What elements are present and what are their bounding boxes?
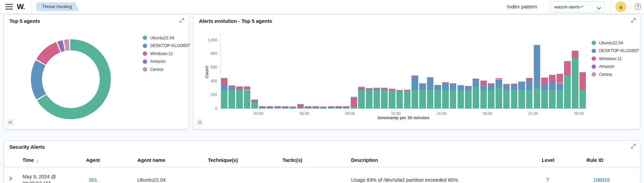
bar-segment-ubuntu22-04[interactable] (549, 90, 556, 108)
bar-segment-ubuntu22-04[interactable] (396, 91, 403, 108)
bar-segment-windows-11[interactable] (541, 78, 548, 84)
help-icon[interactable]: ? (635, 3, 641, 10)
bar-segment-desktop-kluo65t[interactable] (450, 84, 457, 90)
bar-segment-windows-11[interactable] (366, 89, 373, 90)
bar-segment-windows-11[interactable] (221, 79, 228, 84)
bar-segment-windows-11[interactable] (488, 83, 495, 84)
bar-segment-amazon[interactable] (389, 89, 395, 89)
bar-segment-desktop-kluo65t[interactable] (442, 83, 449, 90)
bar-segment-centos[interactable] (328, 106, 335, 107)
bar-segment-ubuntu22-04[interactable] (305, 108, 311, 108)
bar-segment-windows-11[interactable] (572, 51, 578, 58)
bar-segment-windows-11[interactable] (335, 107, 342, 108)
bar-segment-desktop-kluo65t[interactable] (419, 84, 426, 90)
bar-segment-amazon[interactable] (351, 98, 357, 99)
bar-segment-ubuntu22-04[interactable] (228, 90, 235, 108)
bar-segment-windows-11[interactable] (404, 90, 411, 90)
legend-item-amazon[interactable]: Amazon (592, 64, 639, 69)
bar-segment-windows-11[interactable] (381, 89, 388, 90)
bar-segment-centos[interactable] (312, 106, 319, 107)
column-header-rule-id[interactable]: Rule ID (587, 157, 640, 163)
bar-segment-windows-11[interactable] (473, 79, 479, 79)
bar-segment-desktop-kluo65t[interactable] (434, 85, 441, 90)
column-header-techniques[interactable]: Technique(s) (208, 157, 283, 163)
bar-segment-ubuntu22-04[interactable] (419, 90, 426, 108)
bar-segment-windows-11[interactable] (228, 86, 235, 87)
donut-slice-windows-11[interactable] (41, 47, 58, 62)
bar-segment-desktop-kluo65t[interactable] (221, 85, 228, 90)
bar-segment-windows-11[interactable] (549, 75, 556, 82)
bar-segment-ubuntu22-04[interactable] (259, 108, 266, 108)
legend-item-centos[interactable]: Centos (143, 67, 190, 72)
bar-segment-ubuntu22-04[interactable] (564, 75, 571, 108)
column-header-agent-name[interactable]: Agent name (137, 157, 208, 163)
bar-segment-amazon[interactable] (374, 88, 380, 89)
bar-segment-desktop-kluo65t[interactable] (541, 84, 548, 90)
bar-segment-ubuntu22-04[interactable] (465, 90, 472, 108)
column-header-level[interactable]: Level (542, 157, 587, 163)
bar-segment-windows-11[interactable] (442, 82, 449, 83)
bar-segment-amazon[interactable] (259, 107, 266, 107)
bar-segment-windows-11[interactable] (419, 83, 426, 84)
bar-segment-windows-11[interactable] (305, 107, 311, 108)
bar-segment-ubuntu22-04[interactable] (236, 90, 243, 108)
index-pattern-select[interactable]: wazuh-alerts-* (550, 1, 605, 12)
legend-item-amazon[interactable]: Amazon (143, 59, 190, 64)
bar-segment-windows-11[interactable] (320, 108, 327, 108)
bar-segment-centos[interactable] (343, 106, 350, 107)
bar-segment-windows-11[interactable] (251, 101, 258, 102)
legend-item-desktop-kluo65t[interactable]: DESKTOP-KLUO65T (143, 44, 190, 48)
bar-segment-centos[interactable] (236, 86, 243, 87)
bar-segment-windows-11[interactable] (465, 86, 472, 86)
column-header-agent[interactable]: Agent (86, 157, 137, 163)
bar-segment-centos[interactable] (297, 104, 304, 105)
bar-segment-ubuntu22-04[interactable] (541, 90, 548, 108)
bar-segment-amazon[interactable] (267, 107, 273, 107)
bar-segment-amazon[interactable] (274, 106, 281, 107)
bar-segment-amazon[interactable] (251, 100, 258, 101)
bar-segment-ubuntu22-04[interactable] (328, 108, 335, 108)
legend-item-windows-11[interactable]: Windows-11 (143, 51, 190, 56)
bar-segment-ubuntu22-04[interactable] (518, 90, 525, 108)
bar-segment-desktop-kluo65t[interactable] (458, 86, 464, 90)
bar-segment-centos[interactable] (290, 106, 296, 107)
bar-segment-desktop-kluo65t[interactable] (473, 79, 479, 87)
expand-row-icon[interactable] (8, 176, 13, 182)
bar-segment-ubuntu22-04[interactable] (274, 108, 281, 108)
bar-segment-ubuntu22-04[interactable] (374, 90, 380, 108)
bar-segment-centos[interactable] (221, 78, 228, 79)
breadcrumb-threat-hunting[interactable]: Threat Hunting (36, 2, 79, 11)
donut-slice-centos[interactable] (65, 45, 69, 45)
bar-segment-windows-11[interactable] (274, 107, 281, 108)
bar-segment-windows-11[interactable] (358, 88, 365, 90)
bar-segment-amazon[interactable] (297, 104, 304, 105)
bar-segment-centos[interactable] (389, 89, 395, 89)
bar-segment-desktop-kluo65t[interactable] (412, 77, 418, 90)
bar-segment-centos[interactable] (259, 106, 266, 107)
bar-segment-windows-11[interactable] (351, 99, 357, 106)
bar-segment-windows-11[interactable] (511, 84, 518, 84)
bar-segment-windows-11[interactable] (396, 90, 403, 90)
bar-segment-desktop-kluo65t[interactable] (496, 80, 502, 88)
bar-segment-amazon[interactable] (244, 87, 251, 88)
bar-segment-amazon[interactable] (312, 107, 319, 107)
column-header-tactics[interactable]: Tactic(s) (283, 157, 351, 163)
bar-segment-centos[interactable] (228, 85, 235, 86)
bar-segment-windows-11[interactable] (557, 74, 563, 83)
bar-segment-ubuntu22-04[interactable] (496, 88, 502, 108)
bar-segment-amazon[interactable] (328, 107, 335, 107)
column-header-time[interactable]: Time↓ (23, 157, 86, 163)
bar-segment-desktop-kluo65t[interactable] (511, 84, 518, 90)
bar-segment-ubuntu22-04[interactable] (389, 90, 395, 108)
bar-segment-centos[interactable] (244, 86, 251, 87)
agent-id-link[interactable]: 001 (89, 177, 97, 183)
bar-segment-ubuntu22-04[interactable] (320, 108, 327, 108)
bar-segment-desktop-kluo65t[interactable] (526, 81, 533, 90)
bar-segment-windows-11[interactable] (427, 77, 434, 78)
bar-segment-ubuntu22-04[interactable] (557, 90, 563, 108)
bar-segment-ubuntu22-04[interactable] (488, 90, 495, 108)
bar-segment-ubuntu22-04[interactable] (358, 90, 365, 108)
bar-segment-ubuntu22-04[interactable] (427, 90, 434, 108)
bar-segment-windows-11[interactable] (434, 85, 441, 85)
legend-item-centos[interactable]: Centos (592, 72, 639, 77)
